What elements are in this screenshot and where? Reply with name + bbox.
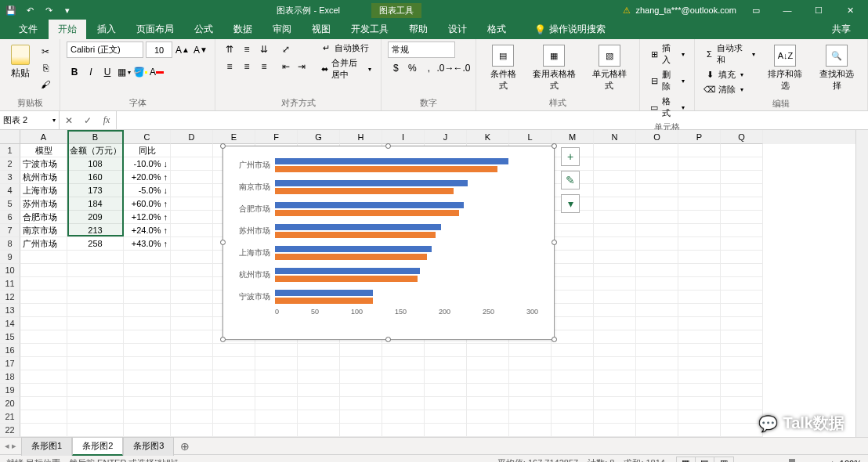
select-all-corner[interactable] — [0, 130, 20, 144]
align-left-icon[interactable]: ≡ — [222, 59, 237, 74]
tab-home[interactable]: 开始 — [49, 20, 86, 39]
undo-icon[interactable]: ↶ — [22, 2, 38, 18]
account-name[interactable]: zhang_ta***@outlook.com — [635, 5, 736, 15]
cell[interactable] — [552, 251, 594, 264]
font-size-input[interactable] — [146, 42, 172, 58]
cell[interactable] — [678, 317, 721, 330]
cell[interactable]: 173 — [67, 184, 124, 197]
cell[interactable] — [255, 397, 298, 410]
tab-insert[interactable]: 插入 — [88, 20, 125, 39]
increase-font-icon[interactable]: A▲ — [175, 42, 190, 58]
cell[interactable] — [721, 224, 763, 237]
cell[interactable] — [594, 410, 636, 424]
row-header[interactable]: 10 — [0, 264, 20, 277]
cell[interactable] — [721, 251, 763, 264]
cell[interactable] — [721, 330, 763, 344]
cell[interactable] — [20, 384, 67, 397]
cell[interactable] — [124, 357, 171, 370]
cell[interactable] — [171, 424, 213, 437]
cell[interactable] — [594, 344, 636, 357]
row-header[interactable]: 1 — [0, 144, 20, 157]
row-header[interactable]: 4 — [0, 184, 20, 197]
cell[interactable] — [636, 424, 678, 437]
cell[interactable] — [636, 264, 678, 277]
cell[interactable] — [678, 357, 721, 370]
font-name-input[interactable] — [67, 42, 143, 58]
resize-handle[interactable] — [385, 143, 391, 149]
increase-indent-icon[interactable]: ⇥ — [294, 59, 309, 74]
cell[interactable]: 258 — [67, 237, 124, 251]
cell[interactable] — [20, 330, 67, 344]
insert-cells-button[interactable]: ⊞插入▾ — [646, 42, 688, 67]
cell[interactable] — [594, 157, 636, 171]
cell[interactable] — [552, 264, 594, 277]
cut-icon[interactable]: ✂ — [38, 45, 53, 59]
cell[interactable] — [171, 344, 213, 357]
cell[interactable] — [67, 410, 124, 424]
row-header[interactable]: 12 — [0, 291, 20, 304]
cell[interactable]: 合肥市场 — [20, 211, 67, 224]
cell[interactable] — [721, 370, 763, 384]
cell[interactable] — [721, 410, 763, 424]
cell[interactable] — [67, 344, 124, 357]
formula-input[interactable] — [117, 111, 868, 129]
chart-elements-button[interactable]: + — [561, 147, 580, 166]
chart-bar-row[interactable]: 杭州市场 — [231, 264, 546, 286]
cell[interactable] — [678, 370, 721, 384]
cell[interactable] — [171, 277, 213, 291]
cell[interactable] — [124, 370, 171, 384]
cell[interactable] — [594, 211, 636, 224]
cell[interactable] — [382, 357, 425, 370]
resize-handle[interactable] — [552, 143, 557, 149]
column-header[interactable]: B — [67, 130, 124, 144]
cell[interactable] — [67, 304, 124, 317]
column-header[interactable]: Q — [721, 130, 763, 144]
cell[interactable] — [594, 357, 636, 370]
cell[interactable] — [171, 384, 213, 397]
column-header[interactable]: N — [594, 130, 636, 144]
cell[interactable] — [425, 410, 467, 424]
cell[interactable] — [124, 424, 171, 437]
cell[interactable] — [509, 357, 552, 370]
cell[interactable]: 160 — [67, 171, 124, 184]
cell[interactable] — [636, 144, 678, 157]
italic-button[interactable]: I — [83, 64, 99, 80]
decrease-indent-icon[interactable]: ⇤ — [278, 59, 294, 74]
cell[interactable] — [20, 277, 67, 291]
cell[interactable] — [171, 224, 213, 237]
cell[interactable] — [636, 330, 678, 344]
cell[interactable] — [20, 264, 67, 277]
cell[interactable] — [721, 304, 763, 317]
cell[interactable] — [594, 224, 636, 237]
cell[interactable] — [298, 397, 340, 410]
cell[interactable] — [636, 410, 678, 424]
find-select-button[interactable]: 🔍查找和选择 — [812, 42, 861, 95]
cell[interactable] — [636, 184, 678, 197]
row-header[interactable]: 15 — [0, 330, 20, 344]
cell[interactable] — [552, 291, 594, 304]
cell[interactable] — [678, 157, 721, 171]
cell[interactable] — [425, 344, 467, 357]
cell[interactable] — [340, 384, 382, 397]
cell[interactable] — [382, 424, 425, 437]
column-header[interactable]: C — [124, 130, 171, 144]
merge-center-button[interactable]: ⬌合并后居中▾ — [317, 56, 374, 81]
cell[interactable] — [382, 370, 425, 384]
cell[interactable] — [67, 277, 124, 291]
cell[interactable] — [298, 384, 340, 397]
zoom-in-icon[interactable]: + — [830, 459, 834, 463]
column-header[interactable]: H — [340, 130, 382, 144]
row-header[interactable]: 20 — [0, 397, 20, 410]
cell[interactable]: 模型 — [20, 144, 67, 157]
cell[interactable] — [20, 291, 67, 304]
cell[interactable] — [509, 344, 552, 357]
number-format-select[interactable] — [388, 42, 455, 58]
cell[interactable] — [552, 317, 594, 330]
tab-chart-format[interactable]: 格式 — [478, 20, 515, 39]
cell[interactable] — [67, 370, 124, 384]
normal-view-icon[interactable]: ▦ — [677, 457, 696, 463]
cell[interactable] — [721, 277, 763, 291]
tab-help[interactable]: 帮助 — [400, 20, 437, 39]
cell[interactable] — [636, 171, 678, 184]
cell[interactable] — [213, 370, 255, 384]
